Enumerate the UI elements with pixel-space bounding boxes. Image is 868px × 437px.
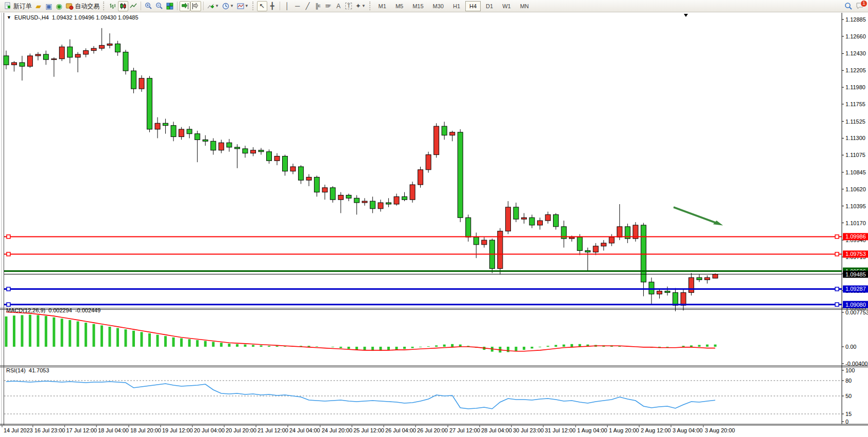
candle	[171, 126, 176, 137]
fibonacci-button[interactable]: ≡F	[323, 1, 333, 11]
resistance-line-2[interactable]: 1.09753	[4, 250, 868, 257]
toolbar-separator	[203, 2, 204, 10]
line-handle[interactable]	[7, 303, 10, 306]
candle	[505, 207, 510, 231]
toolbar-drag-handle[interactable]	[369, 2, 372, 10]
indicators-button[interactable]: ▼	[206, 1, 221, 11]
price-tick-label: 1.10620	[845, 186, 866, 192]
line-handle[interactable]	[835, 235, 839, 239]
channel-button[interactable]: ∥E	[313, 1, 323, 11]
templates-button[interactable]: ▼	[235, 1, 250, 11]
rsi-tick-label: 80	[845, 378, 852, 384]
profile-button[interactable]: ▰	[33, 1, 44, 11]
candle	[75, 54, 81, 57]
label-tool-icon: T	[345, 3, 352, 9]
line-handle[interactable]	[7, 287, 10, 291]
candle	[554, 214, 559, 226]
candle	[91, 48, 96, 50]
chart-shift-icon	[192, 3, 200, 10]
trendline-button[interactable]: ╱	[303, 1, 313, 11]
zoom-in-button[interactable]	[143, 1, 154, 11]
label-tool-button[interactable]: T	[344, 1, 354, 11]
chart-area[interactable]: 1.128851.126601.124301.122051.119801.117…	[0, 12, 868, 437]
tab-d1[interactable]: D1	[482, 1, 497, 11]
trendline-icon: ╱	[306, 3, 310, 9]
candle	[450, 132, 455, 135]
line-handle[interactable]	[7, 235, 10, 239]
candle	[243, 149, 248, 153]
tab-m1[interactable]: M1	[374, 1, 390, 11]
price-axis[interactable]: 1.128851.126601.124301.122051.119801.117…	[842, 16, 866, 311]
crosshair-button[interactable]: ╋	[267, 1, 278, 11]
zoom-in-icon	[145, 2, 152, 10]
chevron-down-icon: ▼	[215, 4, 219, 8]
line-chart-button[interactable]	[128, 1, 139, 11]
line-handle[interactable]	[7, 252, 10, 256]
resistance-line-1[interactable]: 1.09986	[4, 233, 868, 240]
candle	[609, 237, 614, 243]
macd-tick-label: -0.004007	[845, 361, 868, 367]
toolbar-drag-handle[interactable]	[252, 2, 255, 10]
tab-m30[interactable]: M30	[429, 1, 448, 11]
line-handle[interactable]	[835, 252, 839, 256]
candlestick-chart-button[interactable]	[118, 1, 128, 11]
tile-windows-icon	[166, 3, 173, 10]
macd-label: MACD(12,26,9) 0.002294 -0.002449	[6, 307, 101, 313]
candlestick-chart-icon	[120, 3, 127, 10]
macd-tick-label: 0.00	[845, 344, 856, 350]
support-line-blue-2[interactable]: 1.09080	[4, 301, 868, 308]
candle	[370, 201, 375, 209]
candle	[163, 123, 168, 125]
periods-button[interactable]: ▼	[221, 1, 235, 11]
line-handle[interactable]	[835, 287, 839, 291]
search-button[interactable]	[843, 1, 854, 11]
candle	[155, 123, 160, 129]
chart-dropdown-arrow[interactable]: ▼	[7, 15, 11, 20]
trend-arrow-annotation[interactable]	[674, 207, 723, 225]
tab-m15[interactable]: M15	[408, 1, 427, 11]
text-tool-button[interactable]: A	[333, 1, 344, 11]
arrows-tool-button[interactable]: ✦▼	[354, 1, 367, 11]
candle	[673, 292, 678, 305]
chart-ohlc-values: 1.09432 1.09496 1.09430 1.09485	[52, 14, 138, 21]
candle	[290, 167, 295, 171]
candle	[466, 217, 471, 237]
auto-trading-icon	[66, 2, 73, 10]
rsi-name: RSI(14)	[6, 367, 26, 373]
time-tick-label: 27 Jul 12:00	[449, 427, 480, 433]
horizontal-line-button[interactable]: ─	[292, 1, 303, 11]
support-line-blue-1[interactable]: 1.09287	[4, 285, 868, 292]
line-handle[interactable]	[835, 303, 839, 306]
tile-windows-button[interactable]	[165, 1, 175, 11]
chart-shift-button[interactable]	[190, 1, 201, 11]
tab-w1[interactable]: W1	[498, 1, 515, 11]
time-axis[interactable]: 14 Jul 202316 Jul 23:0017 Jul 12:0018 Ju…	[2, 425, 735, 433]
tab-m5[interactable]: M5	[391, 1, 407, 11]
zoom-out-button[interactable]	[154, 1, 165, 11]
toolbar-drag-handle[interactable]	[103, 2, 106, 10]
vertical-line-button[interactable]: │	[282, 1, 292, 11]
candle	[299, 167, 304, 180]
channel-sub-label: E	[318, 4, 321, 8]
rsi-axis[interactable]: 1008050150	[842, 367, 855, 425]
support-line-green[interactable]: 1.09526	[4, 268, 868, 275]
navigator-button[interactable]: ◉	[54, 1, 64, 11]
cursor-icon: ↖	[259, 3, 265, 9]
candle	[418, 170, 423, 185]
cursor-button[interactable]: ↖	[257, 1, 267, 11]
auto-trading-button[interactable]: 自动交易	[64, 1, 101, 11]
bar-chart-button[interactable]	[108, 1, 118, 11]
bar-chart-icon	[109, 3, 116, 10]
auto-scroll-button[interactable]	[180, 1, 190, 11]
tab-mn[interactable]: MN	[516, 1, 533, 11]
new-order-button[interactable]: 新订单	[3, 1, 33, 11]
price-tick-label: 1.12660	[845, 33, 866, 39]
candle	[362, 201, 367, 203]
macd-axis[interactable]: 0.0077530.00-0.004007	[842, 309, 868, 367]
candle	[107, 44, 112, 45]
notifications-button[interactable]: 1	[854, 1, 865, 11]
terminal-button[interactable]: ▣	[44, 1, 54, 11]
chart-shift-marker[interactable]	[684, 14, 688, 17]
tab-h4[interactable]: H4	[465, 1, 481, 11]
tab-h1[interactable]: H1	[449, 1, 464, 11]
